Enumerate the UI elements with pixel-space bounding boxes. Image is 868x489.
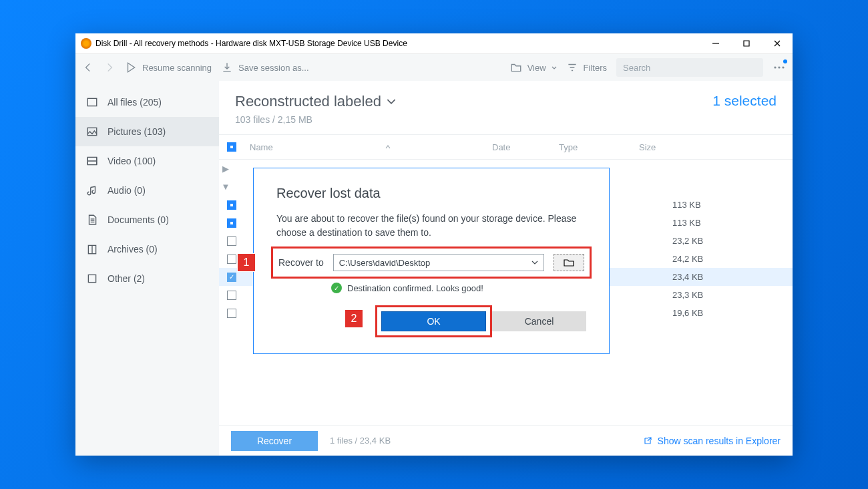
save-label: Save session as... (238, 63, 309, 73)
browse-folder-button[interactable] (554, 254, 584, 271)
dialog-buttons: 2 OK Cancel (375, 305, 586, 337)
sidebar-item-label: Audio (0) (107, 185, 146, 196)
row-checkbox[interactable] (227, 291, 236, 300)
svg-point-1 (779, 67, 780, 68)
row-checkbox[interactable] (227, 236, 236, 246)
svg-point-2 (783, 67, 784, 68)
expand-icon[interactable]: ▶ (219, 164, 232, 174)
chevron-down-icon (552, 63, 557, 73)
window-title: Disk Drill - All recovery methods - Hard… (95, 39, 407, 48)
show-in-explorer-link[interactable]: Show scan results in Explorer (643, 436, 781, 446)
folder-icon (564, 259, 574, 267)
audio-icon (86, 184, 98, 196)
view-dropdown[interactable]: View (510, 61, 557, 73)
size-cell: 19,6 KB (639, 308, 793, 318)
check-circle-icon: ✓ (331, 283, 342, 293)
filters-icon (566, 61, 578, 73)
sort-asc-icon (385, 145, 391, 149)
sidebar-item-label: Video (100) (107, 156, 156, 166)
dialog-text: You are about to recover the file(s) fou… (276, 212, 586, 240)
annotation-1: 1 (237, 253, 256, 272)
folder-icon (510, 61, 522, 73)
search-input[interactable]: Search (616, 58, 763, 77)
recover-button[interactable]: Recover (231, 431, 318, 451)
main-subtitle: 103 files / 2,15 MB (235, 114, 396, 125)
sidebar-item-label: Documents (0) (107, 214, 169, 225)
resume-scanning-button[interactable]: Resume scanning (125, 61, 212, 73)
sidebar-item-label: Pictures (103) (107, 126, 166, 137)
close-button[interactable] (762, 33, 793, 54)
documents-icon (86, 214, 98, 226)
sidebar-item-archives[interactable]: Archives (0) (75, 234, 219, 264)
size-cell: 113 KB (639, 218, 793, 228)
sidebar-item-video[interactable]: Video (100) (75, 146, 219, 176)
save-session-button[interactable]: Save session as... (221, 61, 309, 73)
sidebar-item-other[interactable]: Other (2) (75, 264, 219, 293)
recover-dialog: Recover lost data You are about to recov… (253, 168, 610, 354)
sidebar: All files (205) Pictures (103) Video (10… (75, 81, 219, 456)
column-name[interactable]: Name (244, 142, 492, 152)
filters-label: Filters (584, 63, 607, 73)
save-icon (221, 61, 233, 73)
selected-count: 1 selected (712, 93, 777, 109)
table-header: Name Date Type Size (219, 134, 793, 160)
size-cell: 23,2 KB (639, 236, 793, 246)
more-menu-button[interactable] (773, 61, 786, 74)
back-button[interactable] (82, 61, 94, 73)
dialog-title: Recover lost data (276, 186, 586, 201)
size-cell: 24,2 KB (639, 254, 793, 264)
cancel-button[interactable]: Cancel (492, 311, 586, 331)
maximize-button[interactable] (731, 33, 762, 54)
export-icon (643, 436, 652, 446)
path-value: C:\Users\david\Desktop (339, 258, 431, 268)
recover-to-label: Recover to (278, 257, 324, 268)
play-icon (125, 61, 137, 73)
collapse-icon[interactable]: ▼ (219, 182, 232, 192)
size-cell: 113 KB (639, 200, 793, 210)
filters-button[interactable]: Filters (566, 61, 607, 73)
pictures-icon (86, 126, 98, 138)
sidebar-item-audio[interactable]: Audio (0) (75, 176, 219, 205)
main-title-dropdown[interactable]: Reconstructed labeled (235, 93, 396, 110)
size-cell: 23,3 KB (639, 290, 793, 300)
sidebar-item-pictures[interactable]: Pictures (103) (75, 117, 219, 146)
titlebar: Disk Drill - All recovery methods - Hard… (75, 33, 793, 54)
svg-rect-3 (87, 98, 97, 106)
annotation-2: 2 (345, 309, 363, 328)
main-panel: Reconstructed labeled 103 files / 2,15 M… (219, 81, 793, 456)
svg-rect-7 (88, 275, 95, 282)
archives-icon (86, 243, 98, 255)
forward-button[interactable] (103, 61, 116, 73)
chevron-down-icon (387, 97, 396, 106)
window-controls (700, 33, 793, 54)
column-type[interactable]: Type (559, 142, 639, 152)
chevron-down-icon (531, 259, 538, 266)
column-size[interactable]: Size (639, 142, 793, 152)
select-all-checkbox[interactable] (227, 142, 236, 152)
app-icon (81, 38, 91, 49)
footer: Recover 1 files / 23,4 KB Show scan resu… (219, 425, 793, 456)
toolbar: Resume scanning Save session as... View … (75, 54, 793, 81)
sidebar-item-label: Archives (0) (107, 244, 158, 255)
other-icon (86, 273, 98, 285)
sidebar-item-label: Other (2) (107, 273, 145, 284)
view-label: View (527, 63, 546, 73)
row-checkbox[interactable] (227, 218, 236, 228)
row-checkbox[interactable] (227, 309, 236, 318)
destination-path-dropdown[interactable]: C:\Users\david\Desktop (333, 254, 544, 271)
column-date[interactable]: Date (492, 142, 559, 152)
sidebar-item-label: All files (205) (107, 97, 162, 108)
sidebar-item-documents[interactable]: Documents (0) (75, 205, 219, 234)
row-checkbox[interactable] (227, 273, 236, 282)
resume-label: Resume scanning (142, 63, 212, 73)
ok-button[interactable]: OK (381, 311, 486, 331)
app-window: Disk Drill - All recovery methods - Hard… (75, 33, 793, 456)
row-checkbox[interactable] (227, 200, 236, 210)
size-cell: 23,4 KB (639, 272, 793, 282)
sidebar-item-allfiles[interactable]: All files (205) (75, 88, 219, 117)
minimize-button[interactable] (700, 33, 731, 54)
footer-info: 1 files / 23,4 KB (330, 436, 391, 446)
row-checkbox[interactable] (227, 255, 236, 264)
allfiles-icon (86, 96, 98, 108)
main-title-text: Reconstructed labeled (235, 93, 381, 110)
